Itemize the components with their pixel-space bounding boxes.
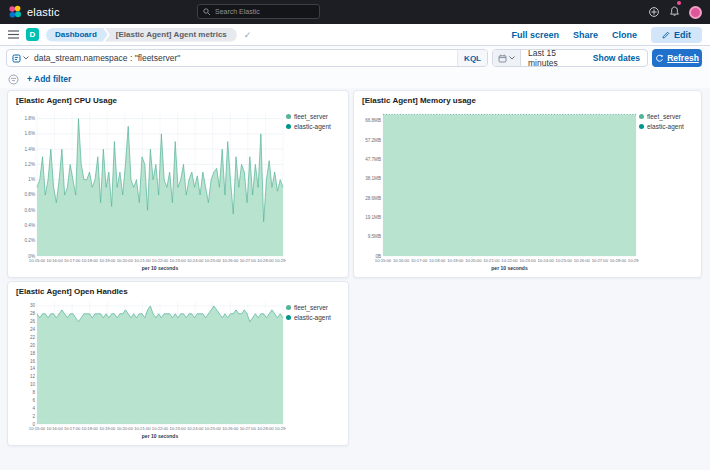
svg-text:10:15:00: 10:15:00: [375, 258, 392, 263]
refresh-icon: [655, 54, 664, 63]
chart-legend: fleet_serverelastic-agent: [639, 106, 697, 275]
filter-bar: + Add filter: [0, 70, 710, 88]
svg-text:1.6%: 1.6%: [25, 131, 35, 136]
query-input[interactable]: [34, 53, 457, 63]
svg-text:10:29:00: 10:29:00: [275, 426, 286, 431]
legend-dot: [286, 315, 291, 320]
svg-text:10:15:00: 10:15:00: [29, 426, 46, 431]
svg-text:10:27:00: 10:27:00: [240, 258, 257, 263]
saved-query-menu-button[interactable]: [7, 50, 34, 66]
check-icon: ✓: [244, 30, 252, 40]
search-input[interactable]: [215, 8, 314, 15]
cpu-usage-chart[interactable]: 10:15:0010:16:0010:17:0010:18:0010:19:00…: [10, 106, 286, 275]
global-search[interactable]: [197, 4, 320, 19]
breadcrumb-bar: D Dashboard [Elastic Agent] Agent metric…: [0, 24, 710, 46]
legend-item-fleet_server[interactable]: fleet_server: [639, 113, 697, 120]
svg-text:16: 16: [30, 359, 36, 364]
svg-text:1.8%: 1.8%: [25, 116, 35, 121]
svg-text:20: 20: [30, 343, 36, 348]
svg-text:10:26:00: 10:26:00: [222, 258, 239, 263]
legend-dot: [286, 114, 291, 119]
panel-title: [Elastic Agent] Open Handles: [8, 282, 348, 297]
legend-label: elastic-agent: [294, 314, 331, 321]
svg-text:8: 8: [32, 390, 35, 395]
edit-button-label: Edit: [674, 30, 691, 40]
saved-query-icon: [12, 54, 21, 63]
svg-text:0: 0: [32, 422, 35, 427]
top-navigation-bar: elastic: [0, 0, 710, 24]
svg-text:57.2MB: 57.2MB: [365, 138, 381, 143]
panel-memory-usage: [Elastic Agent] Memory usage 10:15:0010:…: [353, 90, 702, 278]
refresh-button-label: Refresh: [667, 53, 699, 63]
svg-text:24: 24: [30, 327, 36, 332]
legend-item-fleet_server[interactable]: fleet_server: [286, 304, 344, 311]
svg-text:10:17:00: 10:17:00: [411, 258, 428, 263]
time-range-value[interactable]: Last 15 minutes: [521, 48, 593, 68]
user-avatar[interactable]: [689, 6, 702, 19]
open-handles-chart[interactable]: 10:15:0010:16:0010:17:0010:18:0010:19:00…: [10, 297, 286, 443]
calendar-icon: [498, 54, 507, 63]
time-picker-calendar-button[interactable]: [493, 50, 521, 66]
share-button[interactable]: Share: [573, 30, 598, 40]
svg-text:19.1MB: 19.1MB: [365, 215, 381, 220]
legend-dot: [639, 124, 644, 129]
svg-text:10:25:00: 10:25:00: [556, 258, 573, 263]
notifications-bell-icon[interactable]: [669, 3, 680, 21]
svg-text:0%: 0%: [28, 254, 35, 259]
memory-usage-chart[interactable]: 10:15:0010:16:0010:17:0010:18:0010:19:00…: [356, 106, 639, 275]
svg-text:10:27:00: 10:27:00: [240, 426, 257, 431]
query-language-label: KQL: [464, 54, 481, 63]
svg-text:10:21:00: 10:21:00: [483, 258, 500, 263]
svg-text:10:16:00: 10:16:00: [46, 426, 63, 431]
svg-text:10:18:00: 10:18:00: [429, 258, 446, 263]
svg-text:10:28:00: 10:28:00: [257, 426, 274, 431]
svg-text:10:24:00: 10:24:00: [187, 258, 204, 263]
svg-text:10:20:00: 10:20:00: [117, 258, 134, 263]
legend-label: fleet_server: [294, 113, 328, 120]
svg-text:22: 22: [30, 335, 36, 340]
svg-text:10:23:00: 10:23:00: [169, 258, 186, 263]
breadcrumb-dashboard[interactable]: Dashboard: [46, 28, 108, 42]
svg-text:0.4%: 0.4%: [25, 223, 35, 228]
guided-setup-icon[interactable]: [648, 6, 660, 18]
brand-name: elastic: [27, 6, 60, 18]
svg-text:10:17:00: 10:17:00: [64, 258, 81, 263]
svg-text:10:27:00: 10:27:00: [592, 258, 609, 263]
edit-button[interactable]: Edit: [651, 27, 702, 43]
show-dates-button[interactable]: Show dates: [593, 53, 647, 63]
legend-item-elastic-agent[interactable]: elastic-agent: [286, 314, 344, 321]
svg-text:10:15:00: 10:15:00: [29, 258, 46, 263]
clone-button[interactable]: Clone: [612, 30, 637, 40]
svg-text:10:20:00: 10:20:00: [465, 258, 482, 263]
legend-item-fleet_server[interactable]: fleet_server: [286, 113, 344, 120]
svg-text:28: 28: [30, 311, 36, 316]
svg-text:10:22:00: 10:22:00: [501, 258, 518, 263]
svg-text:10:16:00: 10:16:00: [393, 258, 410, 263]
panel-cpu-usage: [Elastic Agent] CPU Usage 10:15:0010:16:…: [7, 90, 349, 278]
svg-text:10:25:00: 10:25:00: [205, 258, 222, 263]
svg-text:18: 18: [30, 351, 36, 356]
legend-item-elastic-agent[interactable]: elastic-agent: [639, 123, 697, 130]
pencil-icon: [662, 31, 670, 39]
query-language-button[interactable]: KQL: [457, 50, 487, 66]
legend-dot: [286, 305, 291, 310]
filter-options-icon[interactable]: [8, 74, 19, 85]
full-screen-button[interactable]: Full screen: [511, 30, 559, 40]
legend-item-elastic-agent[interactable]: elastic-agent: [286, 123, 344, 130]
query-bar: KQL Last 15 minutes Show dates Refresh: [0, 46, 710, 70]
svg-text:1%: 1%: [28, 177, 35, 182]
legend-dot: [286, 124, 291, 129]
svg-text:10:29:00: 10:29:00: [275, 258, 286, 263]
svg-text:10:16:00: 10:16:00: [46, 258, 63, 263]
svg-text:per 10 seconds: per 10 seconds: [491, 265, 528, 271]
add-filter-button[interactable]: + Add filter: [27, 74, 71, 84]
svg-text:10:21:00: 10:21:00: [134, 426, 151, 431]
svg-text:10:18:00: 10:18:00: [82, 258, 99, 263]
svg-text:10:23:00: 10:23:00: [519, 258, 536, 263]
refresh-button[interactable]: Refresh: [652, 49, 702, 67]
svg-text:66.8MB: 66.8MB: [365, 118, 381, 123]
search-icon: [203, 8, 211, 16]
menu-hamburger-icon[interactable]: [8, 30, 19, 39]
svg-text:1.4%: 1.4%: [25, 147, 35, 152]
kql-query-box[interactable]: KQL: [6, 49, 488, 67]
